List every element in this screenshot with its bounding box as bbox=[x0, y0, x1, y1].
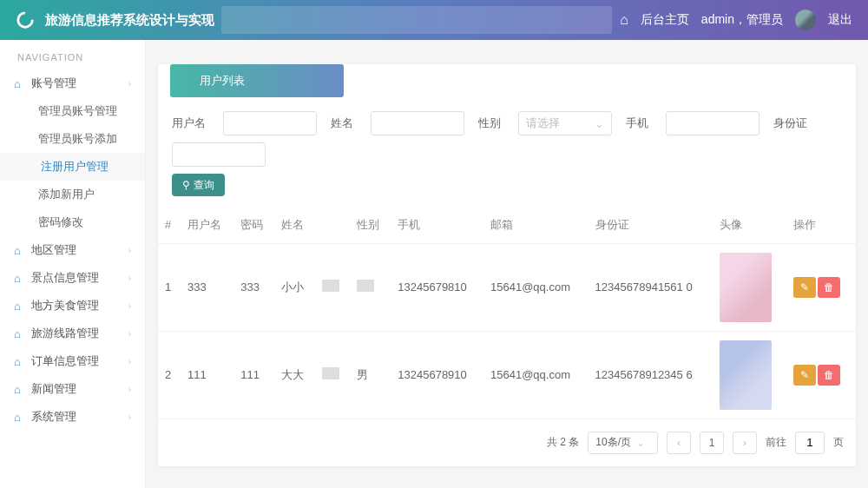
home-icon: ⌂ bbox=[14, 355, 31, 368]
app-header: 旅游信息推荐系统设计与实现 ⌂ 后台主页 admin，管理员 退出 bbox=[0, 0, 868, 40]
filter-phone-input[interactable] bbox=[666, 111, 760, 135]
cell-avatar bbox=[713, 243, 786, 331]
cell-username: 111 bbox=[181, 331, 233, 419]
pagination-total: 共 2 条 bbox=[547, 435, 579, 450]
filter-gender-placeholder: 请选择 bbox=[526, 115, 560, 131]
app-logo bbox=[10, 5, 40, 35]
sidebar-item-label: 账号管理 bbox=[31, 76, 76, 91]
filter-phone-label: 手机 bbox=[626, 115, 648, 131]
sidebar-subitem[interactable]: 注册用户管理 bbox=[0, 153, 145, 181]
avatar-thumbnail bbox=[720, 253, 772, 322]
cell-actions: ✎🗑 bbox=[786, 243, 857, 331]
delete-button[interactable]: 🗑 bbox=[818, 365, 840, 386]
cell-password: 333 bbox=[233, 243, 274, 331]
home-icon: ⌂ bbox=[14, 383, 31, 396]
thumbnail-icon bbox=[357, 280, 374, 292]
sidebar-item[interactable]: ⌂订单信息管理› bbox=[0, 347, 145, 375]
panel-title: 用户列表 bbox=[170, 64, 344, 97]
chevron-down-icon: ⌄ bbox=[636, 437, 645, 449]
pagination: 共 2 条 10条/页 ⌄ ‹ 1 › 前往 页 bbox=[158, 419, 856, 466]
table-header: 邮箱 bbox=[483, 207, 589, 243]
filter-username-label: 用户名 bbox=[172, 115, 206, 131]
table-header: 头像 bbox=[713, 207, 786, 243]
sidebar-item[interactable]: ⌂旅游线路管理› bbox=[0, 320, 145, 347]
filter-name-label: 姓名 bbox=[331, 115, 353, 131]
chevron-right-icon: › bbox=[128, 274, 131, 283]
cell-avatar bbox=[713, 331, 786, 419]
filter-idcard-label: 身份证 bbox=[773, 115, 807, 131]
sidebar-item[interactable]: ⌂地区管理› bbox=[0, 236, 145, 264]
sidebar-item-label: 系统管理 bbox=[31, 409, 76, 425]
sidebar-item[interactable]: ⌂新闻管理› bbox=[0, 375, 145, 403]
filter-bar: 用户名 姓名 性别 请选择 ⌄ 手机 身份证 bbox=[158, 97, 856, 174]
current-user-label[interactable]: admin，管理员 bbox=[701, 12, 783, 28]
delete-button[interactable]: 🗑 bbox=[818, 277, 840, 298]
sidebar-subitem[interactable]: 密码修改 bbox=[0, 208, 145, 236]
cell-phone: 13245678910 bbox=[391, 331, 483, 419]
table-header: 操作 bbox=[786, 207, 857, 243]
sidebar-item[interactable]: ⌂景点信息管理› bbox=[0, 264, 145, 292]
goto-suffix: 页 bbox=[833, 435, 844, 450]
header-search-input[interactable] bbox=[221, 6, 612, 34]
sidebar-item-label: 地区管理 bbox=[31, 242, 76, 258]
cell-password: 111 bbox=[233, 331, 274, 419]
search-button[interactable]: ⚲ 查询 bbox=[172, 174, 225, 196]
edit-button[interactable]: ✎ bbox=[793, 277, 816, 298]
sidebar-item-label: 旅游线路管理 bbox=[31, 326, 99, 341]
table-header: 密码 bbox=[233, 207, 274, 243]
page-size-select[interactable]: 10条/页 ⌄ bbox=[588, 432, 658, 454]
chevron-right-icon: › bbox=[128, 301, 131, 311]
users-table: #用户名密码姓名性别手机邮箱身份证头像操作 1333333小小132456798… bbox=[158, 207, 856, 419]
home-icon: ⌂ bbox=[14, 411, 31, 424]
table-header: 身份证 bbox=[589, 207, 713, 243]
sidebar-item-label: 地方美食管理 bbox=[31, 298, 99, 313]
table-header: 用户名 bbox=[181, 207, 233, 243]
chevron-right-icon: › bbox=[128, 412, 131, 422]
current-page: 1 bbox=[700, 432, 724, 454]
logout-link[interactable]: 退出 bbox=[828, 12, 852, 28]
user-avatar[interactable] bbox=[795, 10, 816, 30]
sidebar: NAVIGATION ⌂账号管理›管理员账号管理管理员账号添加注册用户管理添加新… bbox=[0, 40, 146, 488]
sidebar-item-label: 订单信息管理 bbox=[31, 353, 99, 369]
cell-idcard: 12345678912345 6 bbox=[589, 331, 713, 419]
sidebar-item[interactable]: ⌂地方美食管理› bbox=[0, 292, 145, 320]
sidebar-item[interactable]: ⌂账号管理› bbox=[0, 69, 145, 97]
goto-page-input[interactable] bbox=[795, 432, 825, 454]
cell-extra bbox=[315, 331, 350, 419]
svg-point-0 bbox=[18, 13, 33, 28]
edit-button[interactable]: ✎ bbox=[793, 365, 816, 386]
sidebar-item-label: 新闻管理 bbox=[31, 381, 76, 397]
thumbnail-icon bbox=[322, 367, 339, 379]
cell-extra bbox=[315, 243, 350, 331]
home-icon: ⌂ bbox=[14, 77, 31, 90]
home-icon: ⌂ bbox=[14, 272, 31, 285]
main-content: 用户列表 用户名 姓名 性别 请选择 ⌄ 手机 身份证 ⚲ 查询 bbox=[146, 40, 868, 488]
next-page-button[interactable]: › bbox=[733, 432, 757, 454]
sidebar-subitem[interactable]: 管理员账号添加 bbox=[0, 125, 145, 153]
filter-gender-select[interactable]: 请选择 ⌄ bbox=[518, 111, 612, 135]
filter-username-input[interactable] bbox=[223, 111, 317, 135]
search-icon: ⚲ bbox=[182, 179, 190, 191]
cell-username: 333 bbox=[181, 243, 233, 331]
sidebar-item[interactable]: ⌂系统管理› bbox=[0, 403, 145, 431]
filter-idcard-input[interactable] bbox=[172, 142, 266, 167]
sidebar-subitem[interactable]: 添加新用户 bbox=[0, 181, 145, 208]
cell-gender: 男 bbox=[350, 331, 391, 419]
prev-page-button[interactable]: ‹ bbox=[667, 432, 691, 454]
home-icon: ⌂ bbox=[14, 244, 31, 257]
sidebar-subitem[interactable]: 管理员账号管理 bbox=[0, 97, 145, 125]
cell-idcard: 12345678941561 0 bbox=[589, 243, 713, 331]
filter-name-input[interactable] bbox=[371, 111, 464, 135]
search-button-label: 查询 bbox=[194, 178, 214, 193]
chevron-right-icon: › bbox=[128, 329, 131, 339]
chevron-right-icon: › bbox=[128, 385, 131, 394]
table-header bbox=[315, 207, 350, 243]
table-header: # bbox=[158, 207, 181, 243]
cell-name: 小小 bbox=[274, 243, 315, 331]
home-icon[interactable]: ⌂ bbox=[620, 12, 628, 28]
table-header: 手机 bbox=[391, 207, 483, 243]
nav-home-link[interactable]: 后台主页 bbox=[641, 12, 689, 28]
goto-prefix: 前往 bbox=[766, 435, 786, 450]
app-title: 旅游信息推荐系统设计与实现 bbox=[45, 12, 214, 29]
cell-email: 15641@qq.com bbox=[483, 331, 589, 419]
